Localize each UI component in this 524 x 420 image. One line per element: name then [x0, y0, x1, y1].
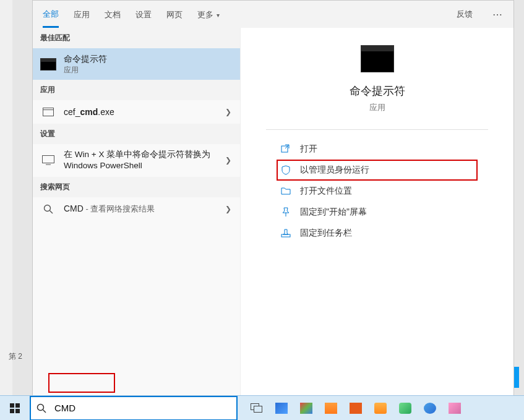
action-label: 以管理员身份运行: [300, 165, 369, 176]
action-label: 打开文件位置: [300, 186, 352, 197]
svg-rect-8: [10, 403, 14, 408]
result-title: cef_cmd.exe: [64, 107, 114, 117]
svg-rect-7: [281, 234, 290, 237]
section-settings: 设置: [33, 124, 240, 144]
chevron-right-icon: ❯: [225, 205, 231, 213]
section-apps: 应用: [33, 80, 240, 100]
svg-point-12: [38, 404, 44, 410]
taskbar-app-4[interactable]: [349, 401, 363, 415]
folder-icon: [280, 186, 291, 197]
action-run-as-admin[interactable]: 以管理员身份运行: [277, 160, 478, 181]
tab-more[interactable]: 更多 ▾: [197, 2, 220, 27]
accent-strip: [514, 367, 519, 388]
preview-pane: 命令提示符 应用 打开 以管理员身份运行 打开文件位置: [241, 28, 513, 403]
action-label: 打开: [300, 144, 317, 155]
svg-rect-10: [10, 409, 14, 413]
app-icon: [40, 105, 56, 119]
search-panel: 全部 应用 文档 设置 网页 更多 ▾ 反馈 ⋯ 最佳匹配 命令提示符 应用: [32, 0, 514, 403]
taskbar-app-8[interactable]: [448, 401, 462, 415]
taskbar: [0, 395, 524, 420]
taskbar-app-6[interactable]: [398, 401, 412, 415]
tab-docs[interactable]: 文档: [105, 2, 121, 27]
start-button[interactable]: [0, 396, 30, 421]
taskbar-icons: [250, 396, 462, 420]
results-column: 最佳匹配 命令提示符 应用 应用 cef_cmd.exe: [33, 28, 241, 403]
chevron-right-icon: ❯: [225, 108, 231, 116]
more-options-button[interactable]: ⋯: [492, 9, 504, 20]
result-web-cmd[interactable]: CMD - 查看网络搜索结果 ❯: [33, 197, 240, 221]
svg-rect-0: [43, 108, 54, 116]
svg-line-13: [43, 409, 46, 413]
search-icon: [31, 403, 52, 413]
action-label: 固定到"开始"屏幕: [300, 207, 367, 218]
svg-rect-2: [43, 156, 54, 163]
cmd-preview-icon: [361, 45, 394, 72]
open-icon: [280, 144, 291, 155]
chevron-down-icon: ▾: [215, 12, 220, 19]
search-input[interactable]: [52, 397, 236, 419]
search-icon: [40, 202, 56, 216]
taskbar-searchbox[interactable]: [30, 396, 238, 421]
taskbar-app-3[interactable]: [324, 401, 338, 415]
svg-rect-9: [15, 403, 20, 408]
taskbar-app-5[interactable]: [374, 401, 387, 415]
taskbar-pin-icon: [280, 228, 291, 239]
action-pin-taskbar[interactable]: 固定到任务栏: [277, 223, 478, 244]
svg-rect-11: [15, 409, 20, 413]
svg-rect-15: [254, 406, 262, 412]
result-setting-powershell[interactable]: 在 Win + X 菜单中将命令提示符替换为 Windows PowerShel…: [33, 144, 240, 176]
chevron-right-icon: ❯: [225, 156, 231, 165]
section-search-web: 搜索网页: [33, 177, 240, 197]
cmd-icon: [40, 58, 56, 71]
tab-bar: 全部 应用 文档 设置 网页 更多 ▾ 反馈 ⋯: [33, 1, 513, 28]
shield-icon: [280, 165, 291, 176]
windows-icon: [10, 403, 20, 413]
feedback-link[interactable]: 反馈: [457, 9, 473, 20]
taskbar-app-7[interactable]: [423, 401, 437, 415]
taskbar-app-2[interactable]: [299, 401, 313, 415]
screen-icon: [40, 153, 56, 167]
divider: [266, 129, 489, 130]
result-title: CMD - 查看网络搜索结果: [64, 204, 155, 213]
page-number: 第 2: [9, 351, 22, 362]
taskbar-app-1[interactable]: [275, 401, 288, 415]
result-title: 命令提示符: [64, 53, 233, 65]
pin-icon: [280, 207, 291, 218]
tab-all[interactable]: 全部: [43, 1, 59, 28]
result-sub: 应用: [64, 65, 233, 75]
svg-line-5: [50, 210, 53, 213]
action-open[interactable]: 打开: [277, 139, 478, 160]
tab-apps[interactable]: 应用: [74, 2, 90, 27]
tab-settings[interactable]: 设置: [135, 2, 152, 27]
task-view-icon[interactable]: [250, 401, 264, 415]
tab-web[interactable]: 网页: [166, 2, 183, 27]
action-open-location[interactable]: 打开文件位置: [277, 181, 478, 202]
svg-point-4: [45, 205, 51, 211]
result-cef-cmd[interactable]: cef_cmd.exe ❯: [33, 100, 240, 124]
preview-sub: 应用: [369, 102, 385, 113]
section-best-match: 最佳匹配: [33, 28, 240, 48]
result-title: 在 Win + X 菜单中将命令提示符替换为 Windows PowerShel…: [64, 149, 233, 171]
action-pin-start[interactable]: 固定到"开始"屏幕: [277, 202, 478, 223]
preview-title: 命令提示符: [350, 84, 405, 98]
result-cmd[interactable]: 命令提示符 应用: [33, 48, 240, 80]
action-label: 固定到任务栏: [300, 228, 352, 239]
